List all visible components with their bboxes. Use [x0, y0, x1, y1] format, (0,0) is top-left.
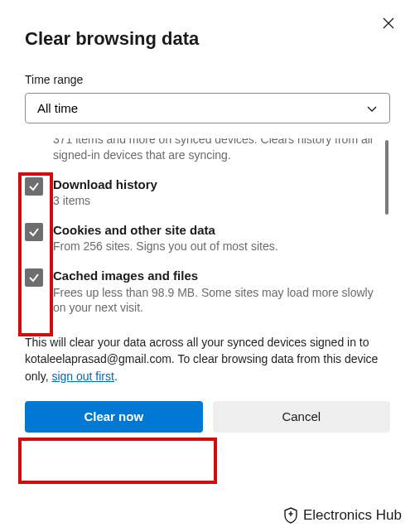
- time-range-value: All time: [37, 101, 78, 115]
- check-icon: [28, 226, 40, 238]
- items-scroll-area: Browsing history 371 items and more on s…: [25, 138, 390, 319]
- watermark-text: Electronics Hub: [303, 507, 402, 524]
- chevron-down-icon: [366, 103, 378, 114]
- notice-text: This will clear your data across all you…: [25, 336, 369, 349]
- sync-notice: This will clear your data across all you…: [25, 334, 390, 384]
- dialog-buttons: Clear now Cancel: [25, 401, 390, 433]
- time-range-label: Time range: [25, 73, 390, 86]
- item-cached: Cached images and files Frees up less th…: [25, 268, 380, 316]
- scrollbar-thumb[interactable]: [385, 140, 388, 215]
- check-icon: [28, 181, 40, 192]
- item-title: Download history: [53, 177, 380, 193]
- clear-browsing-data-dialog: Clear browsing data Time range All time …: [0, 0, 415, 532]
- notice-email: kotaleelaprasad@gmail.com: [25, 352, 171, 365]
- checkbox-cached[interactable]: [25, 268, 43, 287]
- checkbox-cookies[interactable]: [25, 223, 43, 241]
- watermark: Electronics Hub: [283, 507, 402, 524]
- close-button[interactable]: [380, 15, 397, 31]
- notice-text: .: [114, 370, 118, 383]
- item-download-history: Download history 3 items: [25, 177, 380, 209]
- item-desc: 371 items and more on synced devices. Cl…: [53, 138, 380, 163]
- item-desc: 3 items: [53, 193, 380, 209]
- item-title: Cached images and files: [53, 268, 380, 284]
- item-cookies: Cookies and other site data From 256 sit…: [25, 222, 380, 254]
- check-icon: [28, 272, 40, 283]
- close-icon: [383, 17, 394, 29]
- item-desc: Frees up less than 98.9 MB. Some sites m…: [53, 285, 380, 317]
- clear-now-button[interactable]: Clear now: [25, 401, 203, 433]
- time-range-select[interactable]: All time: [25, 93, 390, 123]
- shield-icon: [283, 507, 298, 524]
- cancel-button[interactable]: Cancel: [213, 401, 391, 433]
- item-browsing-history: Browsing history 371 items and more on s…: [25, 138, 380, 163]
- checkbox-download-history[interactable]: [25, 177, 43, 196]
- dialog-title: Clear browsing data: [25, 28, 390, 50]
- item-desc: From 256 sites. Signs you out of most si…: [53, 239, 380, 254]
- sign-out-link[interactable]: sign out first: [51, 370, 113, 383]
- item-title: Cookies and other site data: [53, 222, 380, 239]
